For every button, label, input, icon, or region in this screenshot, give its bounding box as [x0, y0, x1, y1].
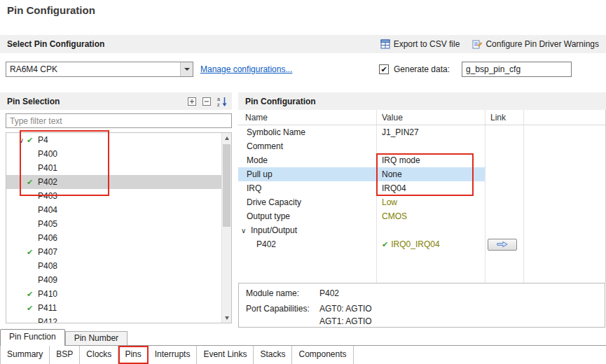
pin-config-table: Name Value Link Symbolic NameJ1_PIN27Com…: [238, 110, 606, 283]
pin-selection-tree-rows: ∨✔P4P400P401✔P402P403P404P405P406✔P407P4…: [6, 133, 221, 323]
pin-used-check-icon: ✔: [27, 248, 37, 257]
property-link-cell: [485, 125, 523, 139]
check-icon: ✔: [382, 240, 388, 249]
property-row-irq[interactable]: IRQIRQ04: [238, 181, 605, 195]
tab-stacks[interactable]: Stacks: [254, 346, 292, 364]
tree-item-p412[interactable]: P412: [6, 315, 221, 323]
property-row-pull-up[interactable]: Pull upNone: [238, 167, 605, 181]
configuration-select-value: RA6M4 CPK: [6, 64, 180, 74]
tree-item-label: P4: [37, 135, 48, 145]
editor-bottom-tabs: SummaryBSPClocksPinsInterruptsEvent Link…: [0, 345, 606, 364]
scroll-up-button[interactable]: [222, 133, 231, 143]
svg-text:z: z: [217, 102, 220, 107]
property-row-output-type[interactable]: Output typeCMOS: [238, 209, 605, 223]
tree-item-p409[interactable]: P409: [6, 273, 221, 287]
property-value[interactable]: Low: [376, 195, 485, 209]
property-name: Drive Capacity: [238, 195, 376, 209]
property-row-mode[interactable]: ModeIRQ mode: [238, 153, 605, 167]
tree-item-p407[interactable]: ✔P407: [6, 245, 221, 259]
property-link-cell: [485, 139, 523, 153]
property-link-cell: [485, 181, 523, 195]
configure-pin-driver-warnings-button[interactable]: Configure Pin Driver Warnings: [472, 39, 599, 49]
property-name: Mode: [238, 153, 376, 167]
sort-button[interactable]: a z: [216, 96, 228, 107]
tree-item-label: P408: [37, 261, 57, 271]
generate-data-input[interactable]: [462, 62, 572, 77]
tree-item-p404[interactable]: P404: [6, 203, 221, 217]
tree-item-p402[interactable]: ✔P402: [6, 175, 221, 189]
page-title: Pin Configuration: [7, 4, 95, 16]
tree-item-label: P411: [37, 303, 57, 313]
collapse-all-button[interactable]: [202, 97, 212, 106]
expand-all-button[interactable]: [187, 97, 197, 106]
property-row-comment[interactable]: Comment: [238, 139, 605, 153]
property-value[interactable]: [376, 223, 485, 237]
port-capabilities-value: AGT0: AGTIO: [319, 304, 372, 314]
combo-dropdown-button[interactable]: [180, 62, 193, 76]
triangle-down-icon: [225, 316, 229, 320]
property-link-cell: [485, 167, 523, 181]
tree-item-p410[interactable]: ✔P410: [6, 287, 221, 301]
tree-item-p400[interactable]: P400: [6, 147, 221, 161]
configure-warnings-icon: [472, 39, 482, 49]
property-row-symbolic-name[interactable]: Symbolic NameJ1_PIN27: [238, 125, 605, 139]
tab-summary[interactable]: Summary: [0, 346, 50, 364]
tab-pins[interactable]: Pins: [118, 346, 148, 364]
sort-az-icon: a z: [216, 96, 228, 107]
property-name: Comment: [238, 139, 376, 153]
pin-used-check-icon: ✔: [27, 136, 37, 145]
tab-interrupts[interactable]: Interrupts: [149, 346, 198, 364]
navigate-to-module-button[interactable]: [488, 239, 517, 251]
tab-bsp[interactable]: BSP: [50, 346, 80, 364]
tree-item-p401[interactable]: P401: [6, 161, 221, 175]
tab-components[interactable]: Components: [292, 346, 353, 364]
property-value[interactable]: CMOS: [376, 209, 485, 223]
column-header-name: Name: [238, 113, 376, 122]
property-row-p402[interactable]: P402✔IRQ0_IRQ04: [238, 237, 605, 251]
property-value[interactable]: J1_PIN27: [376, 125, 485, 139]
pin-selection-header: Pin Selection a z: [0, 92, 232, 110]
chevron-down-icon: [184, 68, 190, 71]
tree-item-label: P410: [37, 289, 57, 299]
property-value[interactable]: IRQ mode: [376, 153, 485, 167]
tab-event-links[interactable]: Event Links: [197, 346, 254, 364]
tree-item-p408[interactable]: P408: [6, 259, 221, 273]
tree-item-p406[interactable]: P406: [6, 231, 221, 245]
property-name: Output type: [238, 209, 376, 223]
tree-item-p405[interactable]: P405: [6, 217, 221, 231]
tree-scrollbar[interactable]: [221, 133, 231, 323]
property-value[interactable]: IRQ04: [376, 181, 485, 195]
property-link-cell: [485, 153, 523, 167]
tree-item-p403[interactable]: P403: [6, 189, 221, 203]
scrollbar-thumb[interactable]: [223, 144, 230, 227]
property-value[interactable]: ✔IRQ0_IRQ04: [376, 237, 485, 251]
property-value[interactable]: [376, 139, 485, 153]
property-name: ∨Input/Output: [238, 223, 376, 237]
tree-item-p4[interactable]: ∨✔P4: [6, 133, 221, 147]
filter-input[interactable]: [6, 113, 232, 128]
tree-collapse-icon[interactable]: ∨: [16, 136, 27, 144]
group-collapse-icon[interactable]: ∨: [241, 227, 251, 234]
generate-data-checkbox[interactable]: ✔: [379, 64, 389, 74]
property-name: IRQ: [238, 181, 376, 195]
property-value[interactable]: None: [376, 167, 485, 181]
manage-configurations-link[interactable]: Manage configurations...: [200, 62, 292, 77]
tree-item-label: P409: [37, 275, 57, 285]
configuration-select[interactable]: RA6M4 CPK: [6, 62, 193, 77]
tab-pin-function[interactable]: Pin Function: [0, 329, 65, 346]
pin-configuration-header: Pin Configuration: [238, 92, 606, 110]
collapse-all-icon: [202, 97, 212, 106]
pin-selection-title: Pin Selection: [7, 97, 60, 106]
property-row-drive-capacity[interactable]: Drive CapacityLow: [238, 195, 605, 209]
scroll-down-button[interactable]: [222, 313, 231, 323]
checkmark-icon: ✔: [380, 65, 387, 74]
tree-item-p411[interactable]: ✔P411: [6, 301, 221, 315]
tab-pin-number[interactable]: Pin Number: [65, 331, 128, 345]
pin-configuration-title: Pin Configuration: [245, 97, 316, 106]
tab-clocks[interactable]: Clocks: [80, 346, 118, 364]
tree-item-label: P406: [37, 233, 57, 243]
property-row-input-output[interactable]: ∨Input/Output: [238, 223, 605, 237]
export-csv-button[interactable]: Export to CSV file: [380, 39, 460, 49]
select-section-title: Select Pin Configuration: [7, 39, 104, 49]
expand-all-icon: [187, 97, 197, 106]
